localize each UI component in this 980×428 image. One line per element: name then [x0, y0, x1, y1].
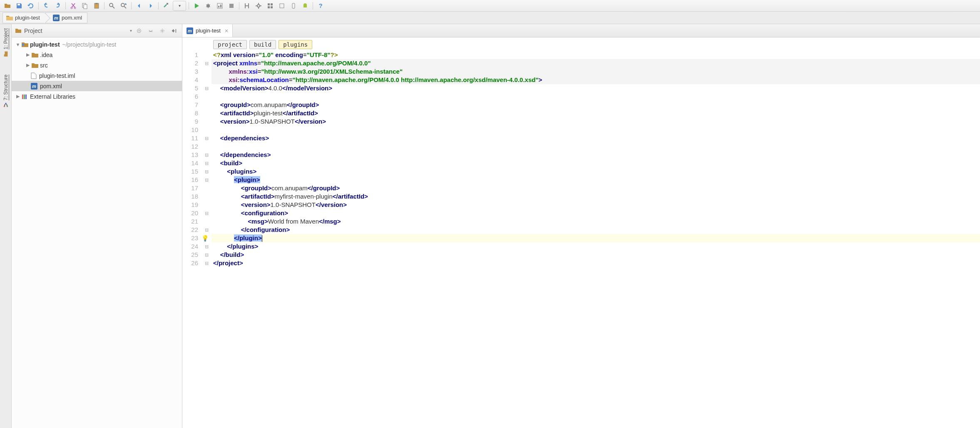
module-icon — [22, 42, 29, 47]
tree-root[interactable]: ▼ plugin-test ~/projects/plugin-test — [12, 39, 182, 50]
svg-rect-0 — [17, 4, 20, 5]
line-number-gutter: 1234567891011121314151617181920212223242… — [182, 51, 201, 428]
crumb-file[interactable]: m pom.xml — [45, 12, 87, 23]
editor-tab-plugin-test[interactable]: m plugin-test × — [182, 24, 233, 37]
svg-rect-16 — [268, 3, 270, 5]
help-icon[interactable]: ? — [316, 1, 326, 11]
tree-folder-src[interactable]: ▶ src — [12, 60, 182, 70]
close-icon[interactable]: × — [225, 27, 228, 34]
svg-rect-17 — [271, 3, 273, 5]
xml-crumb-plugins[interactable]: plugins — [279, 40, 312, 49]
svg-point-7 — [109, 3, 113, 7]
crumb-label: pom.xml — [62, 15, 82, 21]
left-tool-window-bar: 1: Project 7: Structure — [0, 24, 12, 428]
folder-icon — [32, 62, 39, 68]
svg-point-15 — [257, 5, 260, 7]
svg-rect-31 — [25, 95, 27, 99]
tool-window-structure[interactable]: 7: Structure — [2, 72, 10, 110]
save-icon[interactable] — [14, 1, 24, 11]
code-editor[interactable]: 1234567891011121314151617181920212223242… — [182, 51, 980, 428]
project-tree[interactable]: ▼ plugin-test ~/projects/plugin-test ▶ .… — [12, 37, 182, 428]
svg-point-10 — [206, 4, 210, 7]
code-content[interactable]: <?xml version="1.0" encoding="UTF-8"?><p… — [211, 51, 980, 428]
expand-icon[interactable]: ▶ — [25, 62, 31, 68]
run-config-dropdown[interactable]: ▾ — [173, 1, 186, 11]
svg-point-27 — [162, 30, 163, 32]
find-icon[interactable] — [107, 1, 117, 11]
structure-icon[interactable] — [265, 1, 275, 11]
tree-file-iml[interactable]: plugin-test.iml — [12, 70, 182, 81]
tree-external-libraries[interactable]: ▶ External Libraries — [12, 91, 182, 102]
svg-rect-6 — [95, 3, 98, 4]
editor-area: m plugin-test × project build plugins 12… — [182, 24, 980, 428]
maven-icon: m — [53, 15, 60, 21]
cut-icon[interactable] — [68, 1, 78, 11]
collapse-icon[interactable] — [146, 26, 155, 35]
expand-icon[interactable]: ▼ — [15, 42, 21, 47]
run-icon[interactable] — [192, 1, 201, 11]
svg-rect-29 — [22, 95, 23, 99]
svg-rect-11 — [217, 3, 222, 8]
libraries-icon — [22, 94, 29, 100]
stop-icon[interactable] — [226, 1, 236, 11]
folder-icon — [32, 52, 39, 58]
tree-file-pom[interactable]: m pom.xml — [12, 81, 182, 91]
file-icon — [31, 72, 38, 79]
locate-icon[interactable] — [134, 26, 144, 35]
coverage-icon[interactable] — [215, 1, 225, 11]
svg-point-8 — [121, 3, 124, 7]
debug-icon[interactable] — [203, 1, 213, 11]
project-panel-header: Project ▾ — [12, 24, 182, 37]
svg-rect-20 — [280, 4, 284, 8]
xml-breadcrumb: project build plugins — [182, 37, 980, 51]
build-icon[interactable] — [161, 1, 171, 11]
expand-icon[interactable]: ▶ — [25, 52, 31, 57]
project-panel: Project ▾ ▼ plugin-test ~/projects/plugi… — [12, 24, 182, 428]
dropdown-icon[interactable]: ▾ — [130, 28, 132, 33]
gear-icon[interactable] — [158, 26, 167, 35]
svg-rect-18 — [268, 6, 270, 8]
xml-crumb-build[interactable]: build — [249, 40, 276, 49]
maven-icon: m — [31, 83, 37, 90]
svg-rect-13 — [220, 5, 221, 7]
hide-icon[interactable] — [169, 26, 179, 35]
android-icon[interactable] — [300, 1, 310, 11]
paste-icon[interactable] — [92, 1, 102, 11]
breadcrumb: plugin-test m pom.xml — [0, 12, 980, 24]
expand-icon[interactable]: ▶ — [15, 94, 21, 99]
svg-rect-19 — [271, 6, 273, 8]
folder-icon — [6, 15, 13, 21]
svg-rect-9 — [167, 3, 168, 5]
refresh-icon[interactable] — [26, 1, 36, 11]
fold-gutter[interactable]: ⊟⊟⊟⊟⊟⊟⊟⊟⊟💡⊟⊟⊟ — [201, 51, 211, 428]
svg-rect-21 — [292, 3, 295, 8]
back-icon[interactable] — [134, 1, 144, 11]
redo-icon[interactable] — [53, 1, 63, 11]
replace-icon[interactable] — [119, 1, 129, 11]
tool-window-project[interactable]: 1: Project — [2, 26, 10, 60]
xml-crumb-project[interactable]: project — [213, 40, 247, 49]
crumb-project[interactable]: plugin-test — [2, 12, 45, 23]
svg-point-26 — [139, 30, 140, 31]
svg-rect-28 — [22, 44, 24, 46]
open-icon[interactable] — [2, 1, 12, 11]
svg-rect-14 — [229, 4, 234, 8]
panel-title: Project — [24, 27, 42, 34]
vcs-icon[interactable] — [242, 1, 252, 11]
editor-tabs: m plugin-test × — [182, 24, 980, 37]
svg-rect-12 — [218, 6, 219, 7]
settings-icon[interactable] — [254, 1, 264, 11]
forward-icon[interactable] — [146, 1, 156, 11]
project-icon — [15, 27, 22, 34]
maven-icon: m — [187, 27, 193, 34]
avd-icon[interactable] — [289, 1, 298, 11]
svg-rect-30 — [24, 95, 25, 99]
crumb-label: plugin-test — [15, 15, 40, 21]
copy-icon[interactable] — [80, 1, 90, 11]
undo-icon[interactable] — [41, 1, 51, 11]
tree-folder-idea[interactable]: ▶ .idea — [12, 50, 182, 60]
sdk-icon[interactable] — [277, 1, 287, 11]
svg-rect-4 — [84, 5, 87, 9]
main-toolbar: ▾ ? — [0, 0, 980, 12]
